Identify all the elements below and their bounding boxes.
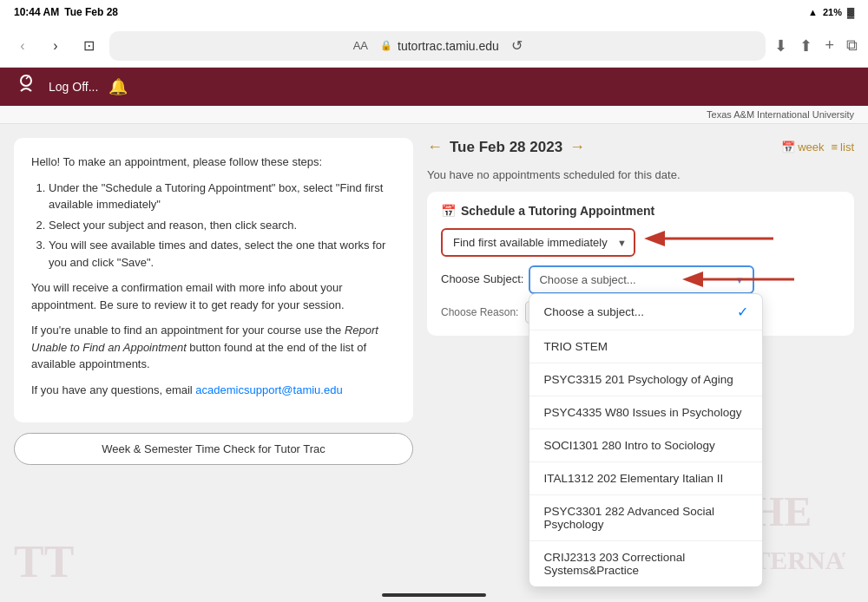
svg-point-0 [21, 75, 31, 86]
date-next-arrow[interactable]: → [569, 138, 585, 156]
url-text: tutortrac.tamiu.edu [398, 39, 499, 53]
subject-label: Choose Subject: [441, 272, 523, 285]
university-name: Texas A&M International University [707, 109, 854, 120]
dropdown-item-crij2313[interactable]: CRIJ2313 203 Correctional Systems&Practi… [529, 541, 762, 586]
schedule-title-text: Schedule a Tutoring Appointment [461, 204, 654, 218]
dropdown-item-psyc3301[interactable]: PSYC3301 282 Advanced Social Psychology [529, 495, 762, 541]
schedule-card: 📅 Schedule a Tutoring Appointment Find f… [427, 192, 854, 336]
subject-dropdown[interactable]: Choose a subject... ✓ TRIO STEM PSYC3315… [529, 293, 763, 587]
dropdown-item-ital1312[interactable]: ITAL1312 202 Elementary Italian II [529, 462, 762, 495]
notifications-icon[interactable]: 🔔 [108, 77, 128, 96]
no-appointments-msg: You have no appointments scheduled for t… [427, 168, 854, 181]
report-link-text: Report Unable to Find an Appointment [31, 324, 378, 354]
battery-percent: 21% [823, 7, 842, 17]
dropdown-item-label: SOCI1301 280 Intro to Sociology [543, 439, 714, 452]
email-link[interactable]: academicsupport@tamiu.edu [195, 383, 342, 396]
status-time: 10:44 AM [14, 6, 59, 18]
instruction-step-1: Under the "Schedule a Tutoring Appointme… [49, 180, 396, 213]
reload-icon[interactable]: ↺ [511, 37, 523, 54]
dropdown-item-label: CRIJ2313 203 Correctional Systems&Practi… [543, 551, 748, 577]
dropdown-item-label: Choose a subject... [543, 305, 644, 318]
checkmark-icon: ✓ [737, 304, 748, 320]
report-note: If you're unable to find an appointment … [31, 322, 396, 373]
url-bar[interactable]: AA 🔒 tutortrac.tamiu.edu ↺ [109, 31, 766, 61]
reason-label: Choose Reason: [441, 306, 518, 318]
date-prev-arrow[interactable]: ← [427, 138, 443, 156]
share-icon[interactable]: ⬆ [799, 36, 812, 56]
week-view-btn[interactable]: 📅 week [781, 141, 824, 154]
dropdown-item-label: PSYC3315 201 Psychology of Aging [543, 373, 733, 386]
instruction-step-2: Select your subject and reason, then cli… [49, 217, 396, 234]
status-bar: 10:44 AM Tue Feb 28 ▲ 21% ▓ [0, 0, 868, 24]
find-first-row: Find first available immediately ▼ [441, 228, 840, 257]
find-first-select[interactable]: Find first available immediately [443, 230, 634, 255]
lock-icon: 🔒 [380, 40, 392, 51]
instructions-greeting: Hello! To make an appointment, please fo… [31, 154, 396, 171]
annotation-arrow-find [639, 225, 778, 252]
schedule-title: 📅 Schedule a Tutoring Appointment [441, 204, 840, 218]
date-nav: ← Tue Feb 28 2023 → 📅 week ≡ list [427, 138, 854, 156]
browser-bar: ‹ › ⊡ AA 🔒 tutortrac.tamiu.edu ↺ ⬇ ⬆ + ⧉ [0, 24, 868, 68]
browser-actions: ⬇ ⬆ + ⧉ [774, 36, 858, 56]
calendar-icon: 📅 [781, 141, 795, 154]
instruction-step-3: You will see available times and dates, … [49, 237, 396, 271]
status-left: 10:44 AM Tue Feb 28 [14, 6, 118, 18]
app-header: Log Off... 🔔 [0, 68, 868, 106]
instructions-card: Hello! To make an appointment, please fo… [14, 138, 413, 422]
dropdown-item-label: ITAL1312 202 Elementary Italian II [543, 472, 723, 485]
status-date: Tue Feb 28 [64, 6, 118, 18]
contact-note: If you have any questions, email academi… [31, 382, 396, 399]
subject-section: Choose Subject: Choose a subject... ▼ Ch… [441, 265, 840, 294]
list-view-btn[interactable]: ≡ list [832, 141, 854, 154]
dropdown-item-label: PSYC3301 282 Advanced Social Psychology [543, 505, 748, 531]
instructions-steps: Under the "Schedule a Tutoring Appointme… [31, 180, 396, 272]
university-bar: Texas A&M International University [0, 106, 868, 124]
forward-button[interactable]: › [43, 34, 68, 58]
left-panel: Hello! To make an appointment, please fo… [14, 138, 413, 586]
dropdown-item-trio[interactable]: TRIO STEM [529, 330, 762, 363]
find-first-select-wrapper: Find first available immediately ▼ [441, 228, 635, 257]
wifi-icon: ▲ [808, 7, 818, 17]
dropdown-item-label: PSYC4335 W80 Issues in Psychology [543, 406, 741, 419]
main-content: Hello! To make an appointment, please fo… [0, 124, 868, 599]
week-label: week [798, 141, 824, 154]
svg-text:TT: TT [14, 537, 74, 586]
dropdown-item-default[interactable]: Choose a subject... ✓ [529, 294, 762, 330]
dropdown-item-label: TRIO STEM [543, 340, 608, 353]
download-icon[interactable]: ⬇ [774, 36, 787, 56]
annotation-arrow-subject [677, 267, 799, 291]
date-view-options: 📅 week ≡ list [781, 141, 854, 154]
status-right: ▲ 21% ▓ [808, 7, 854, 17]
home-bar [382, 593, 486, 597]
week-check-button[interactable]: Week & Semester Time Check for Tutor Tra… [14, 433, 413, 465]
dropdown-item-psyc3315[interactable]: PSYC3315 201 Psychology of Aging [529, 363, 762, 396]
right-panel: ← Tue Feb 28 2023 → 📅 week ≡ list You ha… [427, 138, 854, 586]
logoff-button[interactable]: Log Off... [49, 80, 98, 94]
list-label: list [840, 141, 854, 154]
back-button[interactable]: ‹ [10, 34, 35, 58]
dropdown-item-psyc4335[interactable]: PSYC4335 W80 Issues in Psychology [529, 396, 762, 429]
tabs-icon[interactable]: ⧉ [846, 36, 858, 55]
list-icon: ≡ [832, 141, 838, 154]
dropdown-item-soci1301[interactable]: SOCI1301 280 Intro to Sociology [529, 429, 762, 462]
confirmation-note: You will receive a confirmation email wi… [31, 279, 396, 313]
battery-icon: ▓ [847, 7, 854, 17]
app-logo [14, 72, 38, 101]
new-tab-icon[interactable]: + [825, 36, 834, 55]
date-title: Tue Feb 28 2023 [450, 139, 562, 156]
schedule-calendar-icon: 📅 [441, 204, 456, 218]
watermark-left: TT [14, 516, 413, 586]
text-size-button[interactable]: AA [353, 39, 368, 52]
bookmarks-icon: ⊡ [76, 34, 101, 58]
